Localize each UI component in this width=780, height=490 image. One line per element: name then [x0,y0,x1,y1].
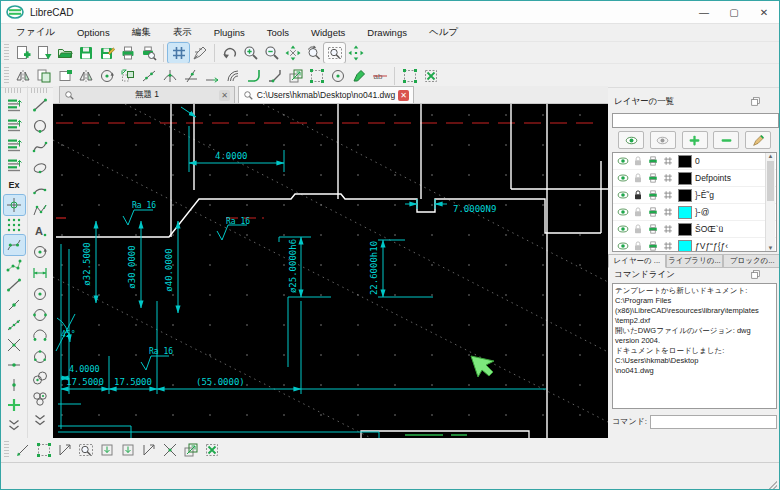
menu-file[interactable]: ファイル [5,24,66,41]
print-icon[interactable] [645,240,660,253]
tab-blocks[interactable]: ブロックの... [723,254,780,268]
dock-toggle-1-icon[interactable] [4,95,25,115]
snap-center-icon[interactable] [96,440,117,460]
snap-free-icon[interactable] [12,440,33,460]
draw-circle-concentric-icon[interactable] [30,368,51,388]
menu-options[interactable]: Options [66,25,121,40]
lock-icon[interactable] [630,223,645,236]
mirror-icon[interactable] [12,66,33,86]
properties-rect-icon[interactable] [54,66,75,86]
lock-icon[interactable] [630,172,645,185]
fillet-icon[interactable] [243,66,264,86]
window-zoom-icon[interactable] [324,43,345,63]
layer-filter-input[interactable] [612,113,779,128]
lengthen-icon[interactable] [201,66,222,86]
draw-dim-aligned-icon[interactable] [30,263,51,283]
snap-intersection-icon[interactable] [4,335,25,355]
command-ex-button[interactable]: Ex [4,175,25,195]
restrict-vertical-icon[interactable] [4,375,25,395]
draw-circle-icon[interactable] [30,116,51,136]
drawing-canvas[interactable]: 4.0000 7.0000N9 Ra 16 Ra 16 Ra 16 ø32.50… [53,104,608,438]
layer-row[interactable]: ŠOŒ`ü [613,221,776,238]
save-as-icon[interactable] [96,43,117,63]
mirror-horizontal-icon[interactable] [75,66,96,86]
auto-zoom-icon[interactable] [282,43,303,63]
menu-edit[interactable]: 編集 [121,24,162,41]
layer-row[interactable]: }-Ê˜g [613,187,776,204]
layer-list[interactable]: 0 Defpoints }-Ê˜g }-@ [612,152,777,252]
chamfer-icon[interactable] [264,66,285,86]
snap-endpoints-icon[interactable] [4,215,25,235]
visibility-eye-icon[interactable] [615,189,630,202]
entity-properties-icon[interactable] [327,66,348,86]
draft-mode-icon[interactable] [189,43,210,63]
construction-icon[interactable] [660,189,675,202]
draw-circle-2p-icon[interactable] [30,305,51,325]
rotate-icon[interactable] [96,66,117,86]
visibility-eye-icon[interactable] [615,206,630,219]
zoom-in-icon[interactable] [240,43,261,63]
save-icon[interactable] [75,43,96,63]
menu-widgets[interactable]: Widgets [300,25,356,40]
divide-icon[interactable] [138,66,159,86]
draw-ellipse-icon[interactable] [30,158,51,178]
tab-close-icon[interactable]: ✕ [398,90,409,101]
visibility-eye-icon[interactable] [615,223,630,236]
scale-icon[interactable] [285,66,306,86]
layer-row[interactable]: Defpoints [613,170,776,187]
show-all-layers-button[interactable] [618,131,644,149]
draw-circle-tangent-icon[interactable] [30,389,51,409]
menu-drawings[interactable]: Drawings [356,25,418,40]
snap-on-entity-icon[interactable] [75,440,96,460]
menu-plugins[interactable]: Plugins [203,25,256,40]
draw-polyline-icon[interactable] [30,200,51,220]
snap-middle-icon[interactable] [4,295,25,315]
pan-zoom-icon[interactable] [345,43,366,63]
restrict-orthogonal-icon[interactable] [180,440,201,460]
print-icon[interactable] [645,155,660,168]
scroll-up-icon[interactable]: ▲ [768,153,774,159]
close-panel-icon[interactable] [765,96,777,108]
grid-toggle-icon[interactable] [168,43,189,63]
edit-layer-button[interactable] [745,131,771,149]
add-layer-button[interactable] [682,131,708,149]
lock-relative-zero-icon[interactable] [201,440,222,460]
redraw-icon[interactable] [219,43,240,63]
toolbar-grip[interactable] [4,67,9,85]
snap-grid-icon[interactable] [4,195,25,215]
lock-icon[interactable] [630,189,645,202]
print-icon[interactable] [117,43,138,63]
construction-icon[interactable] [660,172,675,185]
remove-layer-button[interactable] [713,131,739,149]
explode-text-icon[interactable] [369,66,390,86]
toolbar-grip[interactable] [4,441,9,459]
tab-untitled[interactable]: 無題 1 ✕ [59,86,235,103]
menu-tools[interactable]: Tools [256,25,300,40]
menu-help[interactable]: ヘルプ [418,24,469,41]
maximize-button[interactable]: ▢ [719,1,749,23]
draw-circle-3p-icon[interactable] [30,347,51,367]
hide-all-layers-button[interactable] [650,131,676,149]
draw-arc-icon[interactable] [30,179,51,199]
title-bar[interactable]: LibreCAD — ▢ ✕ [1,1,779,24]
snap-distance-icon[interactable] [4,315,25,335]
command-input[interactable] [650,415,777,429]
toolbar-grip[interactable] [4,44,9,62]
draw-spline-icon[interactable] [30,137,51,157]
visibility-eye-icon[interactable] [615,240,630,253]
dock-toggle-4-icon[interactable] [4,155,25,175]
open-icon[interactable] [54,43,75,63]
tab-library[interactable]: ライブラリの... [666,254,724,268]
dock-grip[interactable] [31,88,49,93]
snap-grid-icon[interactable] [33,440,54,460]
construction-icon[interactable] [660,223,675,236]
layer-row[interactable]: }-@ [613,204,776,221]
move-icon[interactable] [117,66,138,86]
layer-row[interactable]: 0 [613,153,776,170]
more-draw-tools-icon[interactable] [30,410,51,430]
close-button[interactable]: ✕ [749,1,779,23]
tab-no041-dwg[interactable]: C:\Users\hkmab\Desktop\no041.dwg ✕ [238,86,414,103]
snap-center-icon[interactable] [4,275,25,295]
bevel-icon[interactable] [222,66,243,86]
scrollbar-thumb[interactable] [767,161,774,201]
